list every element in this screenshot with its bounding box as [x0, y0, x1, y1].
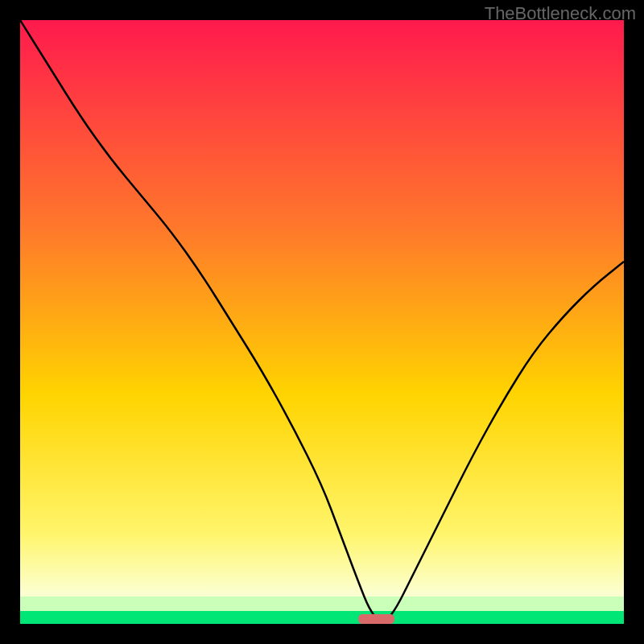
pale-green-transition-band: [20, 597, 624, 611]
chart-svg: [20, 20, 624, 624]
attribution-text: TheBottleneck.com: [485, 3, 636, 24]
green-bottom-band: [20, 611, 624, 624]
bottleneck-chart: [20, 20, 624, 624]
gradient-background: [20, 20, 624, 624]
optimal-marker: [358, 614, 394, 624]
